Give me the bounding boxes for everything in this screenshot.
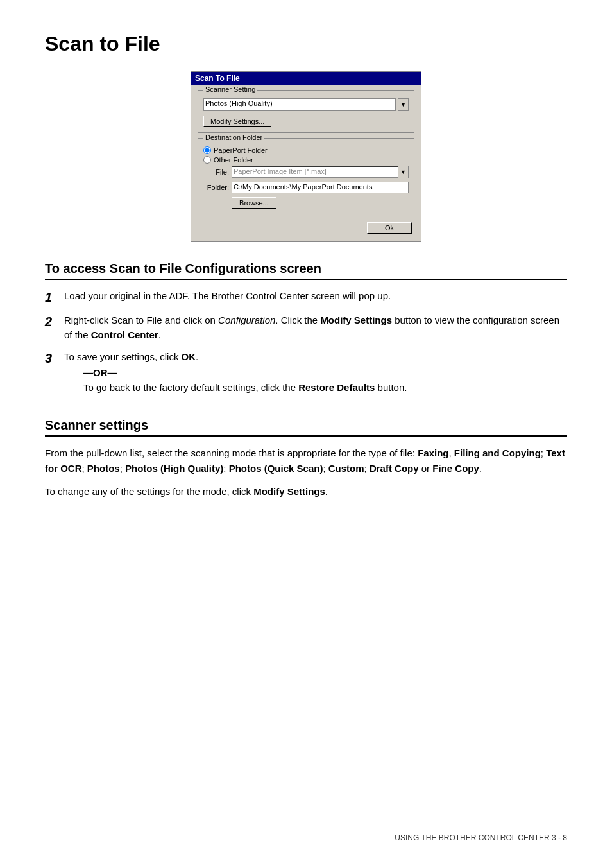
radio-other-row: Other Folder <box>203 156 409 164</box>
step-3-text: To save your settings, click OK. <box>64 350 567 365</box>
section2-para1: From the pull-down list, select the scan… <box>45 446 567 476</box>
browse-button[interactable]: Browse... <box>232 197 276 209</box>
dialog-titlebar: Scan To File <box>191 72 421 85</box>
scanner-preset-row: Photos (High Quality) ▼ <box>203 98 409 111</box>
section1-heading: To access Scan to File Configurations sc… <box>45 261 567 280</box>
browse-row: Browse... <box>232 196 409 209</box>
dialog-wrapper: Scan To File Scanner Setting Photos (Hig… <box>45 71 567 242</box>
radio-paperport-row: PaperPort Folder <box>203 146 409 154</box>
step-3-number: 3 <box>45 350 58 367</box>
page-title: Scan to File <box>45 32 567 56</box>
or-label: —OR— <box>83 367 567 378</box>
step-1: 1 Load your original in the ADF. The Bro… <box>45 289 567 306</box>
scanner-preset-select[interactable]: Photos (High Quality) <box>203 98 396 111</box>
folder-input[interactable]: C:\My Documents\My PaperPort Documents <box>232 182 409 193</box>
scanner-setting-legend: Scanner Setting <box>203 85 257 93</box>
destination-folder-fieldset: Destination Folder PaperPort Folder Othe… <box>198 138 414 214</box>
radio-other-label: Other Folder <box>214 156 253 164</box>
section2-para2: To change any of the settings for the mo… <box>45 484 567 499</box>
or-block: —OR— To go back to the factory default s… <box>83 367 567 395</box>
folder-label: Folder: <box>203 184 229 191</box>
ok-button[interactable]: Ok <box>367 222 412 234</box>
radio-paperport[interactable] <box>203 146 211 154</box>
section2-heading: Scanner settings <box>45 418 567 437</box>
page-footer: USING THE BROTHER CONTROL CENTER 3 - 8 <box>395 833 567 842</box>
file-input[interactable]: PaperPort Image Item [*.max] <box>232 166 398 178</box>
scanner-setting-content: Photos (High Quality) ▼ Modify Settings.… <box>203 98 409 127</box>
file-row: File: PaperPort Image Item [*.max] ▼ <box>203 166 409 178</box>
destination-legend: Destination Folder <box>203 134 264 141</box>
radio-paperport-label: PaperPort Folder <box>214 146 268 154</box>
destination-content: PaperPort Folder Other Folder File: Pape… <box>203 146 409 209</box>
file-label: File: <box>203 168 229 176</box>
scanner-setting-fieldset: Scanner Setting Photos (High Quality) ▼ … <box>198 90 414 133</box>
step-1-text: Load your original in the ADF. The Broth… <box>64 289 567 304</box>
step-2-text: Right-click Scan to File and click on Co… <box>64 313 567 342</box>
or-text: To go back to the factory default settin… <box>83 381 567 395</box>
radio-other[interactable] <box>203 156 211 164</box>
step-3: 3 To save your settings, click OK. —OR— … <box>45 350 567 400</box>
steps-list: 1 Load your original in the ADF. The Bro… <box>45 289 567 400</box>
file-dropdown-arrow[interactable]: ▼ <box>398 166 409 178</box>
step-2-number: 2 <box>45 313 58 330</box>
modify-settings-button[interactable]: Modify Settings... <box>203 116 271 127</box>
dialog-body: Scanner Setting Photos (High Quality) ▼ … <box>191 85 421 241</box>
dialog-footer: Ok <box>198 220 414 235</box>
folder-row: Folder: C:\My Documents\My PaperPort Doc… <box>203 182 409 193</box>
step-2: 2 Right-click Scan to File and click on … <box>45 313 567 342</box>
dialog-box: Scan To File Scanner Setting Photos (Hig… <box>191 71 421 242</box>
step-1-number: 1 <box>45 289 58 306</box>
scanner-preset-dropdown-arrow[interactable]: ▼ <box>398 98 409 111</box>
